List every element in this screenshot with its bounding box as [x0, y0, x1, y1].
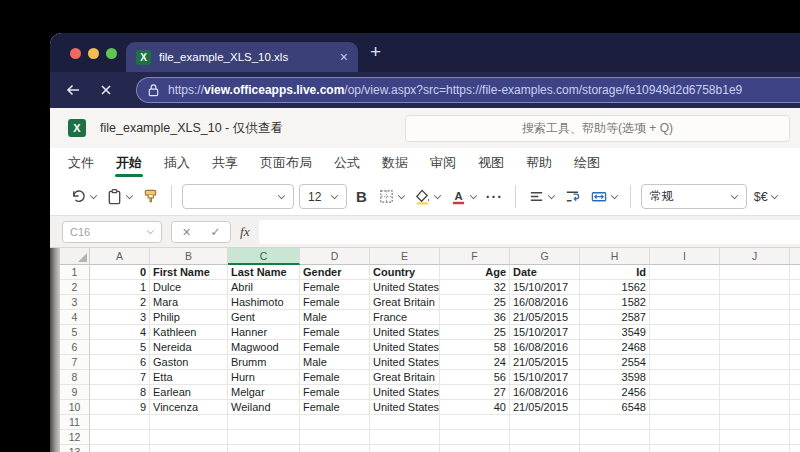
cell-D2[interactable]: Female: [300, 280, 370, 295]
address-bar[interactable]: https://view.officeapps.live.com/op/view…: [136, 77, 800, 103]
row-header-10[interactable]: 10: [60, 400, 90, 415]
menu-item-7[interactable]: 数据: [382, 148, 408, 178]
menu-item-8[interactable]: 审阅: [430, 148, 456, 178]
cell-F7[interactable]: 24: [440, 355, 510, 370]
cell-J3[interactable]: [720, 295, 790, 310]
cell-A8[interactable]: 7: [90, 370, 150, 385]
cell-G9[interactable]: 16/08/2016: [510, 385, 580, 400]
cell-H7[interactable]: 2554: [580, 355, 650, 370]
row-header-4[interactable]: 4: [60, 310, 90, 325]
cell-G10[interactable]: 21/05/2015: [510, 400, 580, 415]
cell-C12[interactable]: [228, 430, 300, 445]
menu-item-4[interactable]: 共享: [212, 148, 238, 178]
cancel-entry-button[interactable]: ×: [172, 224, 201, 240]
cell-F5[interactable]: 25: [440, 325, 510, 340]
cell-H8[interactable]: 3598: [580, 370, 650, 385]
cell-F11[interactable]: [440, 415, 510, 430]
cell-C3[interactable]: Hashimoto: [228, 295, 300, 310]
cell-J4[interactable]: [720, 310, 790, 325]
column-header-A[interactable]: A: [90, 248, 150, 265]
cell-B12[interactable]: [150, 430, 228, 445]
cell-I12[interactable]: [650, 430, 720, 445]
menu-item-5[interactable]: 页面布局: [260, 148, 312, 178]
cell-J5[interactable]: [720, 325, 790, 340]
cell-C6[interactable]: Magwood: [228, 340, 300, 355]
format-painter-button[interactable]: [140, 186, 161, 207]
cell-E12[interactable]: [370, 430, 440, 445]
row-header-11[interactable]: 11: [60, 415, 90, 430]
cell-F6[interactable]: 58: [440, 340, 510, 355]
cell-C9[interactable]: Melgar: [228, 385, 300, 400]
menu-item-2[interactable]: 开始: [116, 148, 142, 178]
cell-D6[interactable]: Female: [300, 340, 370, 355]
font-name-select[interactable]: [182, 184, 294, 209]
cell-D5[interactable]: Female: [300, 325, 370, 340]
cell-C1[interactable]: Last Name: [228, 265, 300, 280]
bold-button[interactable]: B: [352, 188, 371, 205]
row-header-12[interactable]: 12: [60, 430, 90, 445]
cell-I8[interactable]: [650, 370, 720, 385]
cell-H9[interactable]: 2456: [580, 385, 650, 400]
cell-F12[interactable]: [440, 430, 510, 445]
cell-E5[interactable]: United States: [370, 325, 440, 340]
row-header-9[interactable]: 9: [60, 385, 90, 400]
cell-E13[interactable]: [370, 445, 440, 452]
cell-B7[interactable]: Gaston: [150, 355, 228, 370]
cell-J2[interactable]: [720, 280, 790, 295]
cell-F8[interactable]: 56: [440, 370, 510, 385]
cell-B10[interactable]: Vincenza: [150, 400, 228, 415]
cell-G5[interactable]: 15/10/2017: [510, 325, 580, 340]
cell-E11[interactable]: [370, 415, 440, 430]
cell-G13[interactable]: [510, 445, 580, 452]
cell-B3[interactable]: Mara: [150, 295, 228, 310]
cell-I9[interactable]: [650, 385, 720, 400]
cell-E2[interactable]: United States: [370, 280, 440, 295]
cell-E9[interactable]: United States: [370, 385, 440, 400]
cell-J13[interactable]: [720, 445, 790, 452]
cell-J8[interactable]: [720, 370, 790, 385]
borders-button[interactable]: [376, 186, 407, 207]
cell-H1[interactable]: Id: [580, 265, 650, 280]
cell-D3[interactable]: Female: [300, 295, 370, 310]
undo-button[interactable]: [68, 186, 99, 207]
cell-I3[interactable]: [650, 295, 720, 310]
column-header-J[interactable]: J: [720, 248, 790, 265]
cell-H6[interactable]: 2468: [580, 340, 650, 355]
row-header-5[interactable]: 5: [60, 325, 90, 340]
cell-F13[interactable]: [440, 445, 510, 452]
cell-J9[interactable]: [720, 385, 790, 400]
currency-format-button[interactable]: $€: [752, 188, 780, 206]
paste-button[interactable]: [104, 186, 135, 207]
cell-C10[interactable]: Weiland: [228, 400, 300, 415]
cell-F2[interactable]: 32: [440, 280, 510, 295]
confirm-entry-button[interactable]: ✓: [201, 225, 230, 239]
cell-J10[interactable]: [720, 400, 790, 415]
row-header-13[interactable]: 13: [60, 445, 90, 452]
row-header-2[interactable]: 2: [60, 280, 90, 295]
cell-E4[interactable]: France: [370, 310, 440, 325]
more-font-options-button[interactable]: ···: [484, 189, 505, 205]
cell-H5[interactable]: 3549: [580, 325, 650, 340]
cell-I4[interactable]: [650, 310, 720, 325]
cell-D9[interactable]: Female: [300, 385, 370, 400]
cell-C7[interactable]: Brumm: [228, 355, 300, 370]
cell-G1[interactable]: Date: [510, 265, 580, 280]
cell-J7[interactable]: [720, 355, 790, 370]
cell-A2[interactable]: 1: [90, 280, 150, 295]
cell-A4[interactable]: 3: [90, 310, 150, 325]
column-header-H[interactable]: H: [580, 248, 650, 265]
cell-I2[interactable]: [650, 280, 720, 295]
insert-function-button[interactable]: fx: [240, 224, 250, 240]
cell-G11[interactable]: [510, 415, 580, 430]
number-format-select[interactable]: 常规: [641, 184, 747, 209]
cell-B11[interactable]: [150, 415, 228, 430]
cell-I6[interactable]: [650, 340, 720, 355]
fullscreen-window-button[interactable]: [106, 48, 117, 59]
cell-H4[interactable]: 2587: [580, 310, 650, 325]
cell-B9[interactable]: Earlean: [150, 385, 228, 400]
row-header-8[interactable]: 8: [60, 370, 90, 385]
fill-color-button[interactable]: [412, 186, 443, 207]
cell-E7[interactable]: United States: [370, 355, 440, 370]
cell-H10[interactable]: 6548: [580, 400, 650, 415]
cell-G2[interactable]: 15/10/2017: [510, 280, 580, 295]
